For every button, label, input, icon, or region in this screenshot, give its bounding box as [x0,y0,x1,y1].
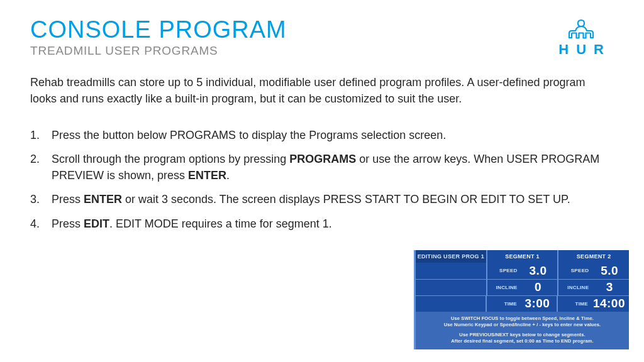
panel-row-speed: SPEED 3.0 SPEED 5.0 [416,263,629,279]
steps-list: Press the button below PROGRAMS to displ… [30,127,609,231]
step-4: Press EDIT. EDIT MODE requires a time fo… [30,216,609,232]
panel-row-time: TIME 3:00 TIME 14:00 [416,295,629,312]
panel-row-spacer [416,296,486,312]
panel-seg2-speed: SPEED 5.0 [557,263,629,279]
panel-label: TIME [491,301,522,307]
panel-seg1-time: TIME 3:00 [486,296,557,312]
panel-seg1-label: SEGMENT 1 [486,250,558,263]
panel-footer-line: After desired final segment, set 0:00 as… [421,338,624,344]
brand-logo: HUR [551,19,611,58]
panel-value: 3:00 [522,297,553,310]
panel-value: 5.0 [594,264,625,278]
step-text: Press [52,193,84,206]
panel-label: INCLINE [491,285,523,290]
panel-edit-label: EDITING USER PROG 1 [416,250,486,263]
panel-value: 3.0 [523,264,554,278]
panel-footer-line: Use Numeric Keypad or Speed/Incline + / … [421,322,624,328]
slide: CONSOLE PROGRAM TREADMILL USER PROGRAMS … [0,0,644,362]
panel-footer: Use SWITCH FOCUS to toggle between Speed… [416,312,629,350]
header: CONSOLE PROGRAM TREADMILL USER PROGRAMS … [30,18,614,58]
step-1: Press the button below PROGRAMS to displ… [30,127,609,143]
panel-label: INCLINE [562,285,594,290]
panel-label: SPEED [562,268,594,273]
brand-name: HUR [551,41,611,58]
panel-label: TIME [562,301,593,307]
step-2: Scroll through the program options by pr… [30,151,609,184]
panel-body: SPEED 3.0 SPEED 5.0 INCLINE 0 INCLINE 3 [416,263,629,312]
step-text: Scroll through the program options by pr… [52,153,289,165]
panel-row-spacer [416,263,486,279]
panel-value: 0 [523,280,554,294]
step-bold: ENTER [84,193,122,206]
panel-footer-line: Use PREVIOUS/NEXT keys below to change s… [421,332,624,338]
panel-value: 14:00 [593,297,625,310]
intro-paragraph: Rehab treadmills can store up to 5 indiv… [30,74,609,107]
title-block: CONSOLE PROGRAM TREADMILL USER PROGRAMS [30,18,287,58]
segment-panel: EDITING USER PROG 1 SEGMENT 1 SEGMENT 2 … [414,250,629,350]
panel-seg2-incline: INCLINE 3 [557,280,629,295]
panel-seg1-speed: SPEED 3.0 [486,263,558,279]
step-text: Press [52,217,84,230]
step-bold: ENTER [188,169,226,182]
page-subtitle: TREADMILL USER PROGRAMS [30,44,287,58]
step-text: Press the button below PROGRAMS to displ… [52,129,446,141]
page-title: CONSOLE PROGRAM [30,18,287,43]
step-3: Press ENTER or wait 3 seconds. The scree… [30,191,609,207]
panel-seg2-label: SEGMENT 2 [557,250,629,263]
step-text: . EDIT MODE requires a time for segment … [109,217,332,230]
step-text: or wait 3 seconds. The screen displays P… [122,193,570,206]
person-icon [567,19,595,40]
panel-footer-line: Use SWITCH FOCUS to toggle between Speed… [421,315,624,322]
panel-seg2-time: TIME 14:00 [557,296,629,312]
step-bold: PROGRAMS [289,153,356,165]
panel-header-row: EDITING USER PROG 1 SEGMENT 1 SEGMENT 2 [416,250,629,263]
step-bold: EDIT [84,217,109,230]
panel-label: SPEED [491,268,523,273]
panel-value: 3 [594,280,625,294]
panel-seg1-incline: INCLINE 0 [486,280,558,295]
step-text: . [226,169,230,182]
panel-row-spacer [416,280,486,295]
panel-row-incline: INCLINE 0 INCLINE 3 [416,279,629,295]
